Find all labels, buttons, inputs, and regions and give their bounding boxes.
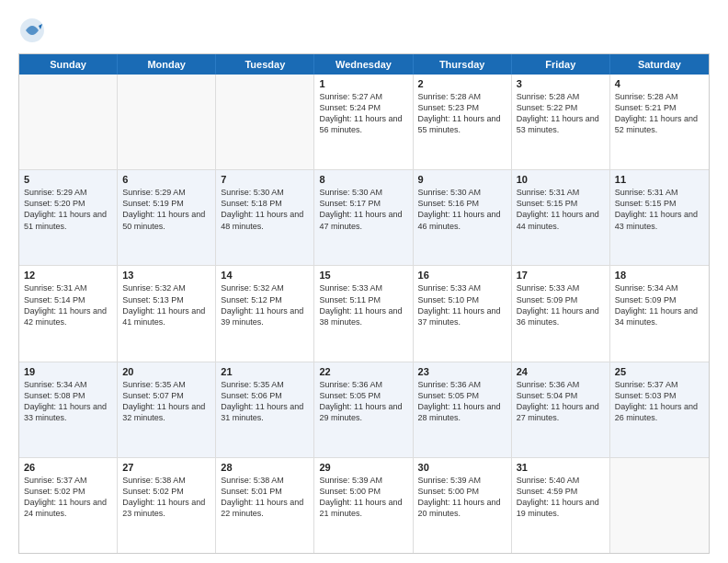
- calendar-row-1: 1Sunrise: 5:27 AM Sunset: 5:24 PM Daylig…: [19, 75, 709, 170]
- cal-cell-r1-c6: 11Sunrise: 5:31 AM Sunset: 5:15 PM Dayli…: [610, 170, 709, 265]
- cell-info: Sunrise: 5:28 AM Sunset: 5:22 PM Dayligh…: [517, 91, 605, 136]
- header-wednesday: Wednesday: [314, 54, 413, 75]
- cell-info: Sunrise: 5:27 AM Sunset: 5:24 PM Dayligh…: [319, 91, 407, 136]
- calendar-row-4: 19Sunrise: 5:34 AM Sunset: 5:08 PM Dayli…: [19, 362, 709, 458]
- day-number: 13: [122, 270, 210, 281]
- cal-cell-r1-c1: 6Sunrise: 5:29 AM Sunset: 5:19 PM Daylig…: [118, 170, 216, 265]
- header-monday: Monday: [118, 54, 216, 75]
- header-friday: Friday: [512, 54, 610, 75]
- cal-cell-r0-c3: 1Sunrise: 5:27 AM Sunset: 5:24 PM Daylig…: [314, 75, 413, 169]
- cal-cell-r3-c2: 21Sunrise: 5:35 AM Sunset: 5:06 PM Dayli…: [216, 362, 314, 457]
- day-number: 28: [221, 462, 309, 473]
- cell-info: Sunrise: 5:35 AM Sunset: 5:06 PM Dayligh…: [221, 379, 309, 424]
- cell-info: Sunrise: 5:32 AM Sunset: 5:13 PM Dayligh…: [122, 282, 210, 327]
- day-number: 11: [615, 174, 704, 185]
- cell-info: Sunrise: 5:29 AM Sunset: 5:20 PM Dayligh…: [24, 187, 112, 232]
- day-number: 6: [122, 174, 210, 185]
- cal-cell-r0-c1: [118, 75, 216, 169]
- calendar: Sunday Monday Tuesday Wednesday Thursday…: [18, 53, 710, 554]
- day-number: 20: [122, 366, 210, 377]
- cell-info: Sunrise: 5:31 AM Sunset: 5:15 PM Dayligh…: [517, 187, 605, 232]
- day-number: 5: [24, 174, 112, 185]
- cal-cell-r3-c5: 24Sunrise: 5:36 AM Sunset: 5:04 PM Dayli…: [512, 362, 610, 457]
- day-number: 8: [319, 174, 407, 185]
- cell-info: Sunrise: 5:40 AM Sunset: 4:59 PM Dayligh…: [517, 475, 605, 520]
- cal-cell-r0-c5: 3Sunrise: 5:28 AM Sunset: 5:22 PM Daylig…: [512, 75, 610, 169]
- cell-info: Sunrise: 5:30 AM Sunset: 5:16 PM Dayligh…: [418, 187, 506, 232]
- calendar-header: Sunday Monday Tuesday Wednesday Thursday…: [19, 54, 709, 75]
- cal-cell-r4-c4: 30Sunrise: 5:39 AM Sunset: 5:00 PM Dayli…: [414, 458, 512, 553]
- day-number: 25: [615, 366, 704, 377]
- day-number: 4: [615, 78, 704, 89]
- header-thursday: Thursday: [414, 54, 512, 75]
- cal-cell-r0-c6: 4Sunrise: 5:28 AM Sunset: 5:21 PM Daylig…: [610, 75, 709, 169]
- day-number: 12: [24, 270, 112, 281]
- cal-cell-r4-c2: 28Sunrise: 5:38 AM Sunset: 5:01 PM Dayli…: [216, 458, 314, 553]
- day-number: 2: [418, 78, 506, 89]
- cal-cell-r3-c4: 23Sunrise: 5:36 AM Sunset: 5:05 PM Dayli…: [414, 362, 512, 457]
- cell-info: Sunrise: 5:31 AM Sunset: 5:14 PM Dayligh…: [24, 282, 112, 327]
- day-number: 26: [24, 462, 112, 473]
- day-number: 30: [418, 462, 506, 473]
- cal-cell-r4-c1: 27Sunrise: 5:38 AM Sunset: 5:02 PM Dayli…: [118, 458, 216, 553]
- cell-info: Sunrise: 5:29 AM Sunset: 5:19 PM Dayligh…: [122, 187, 210, 232]
- cal-cell-r2-c1: 13Sunrise: 5:32 AM Sunset: 5:13 PM Dayli…: [118, 266, 216, 361]
- calendar-row-2: 5Sunrise: 5:29 AM Sunset: 5:20 PM Daylig…: [19, 170, 709, 266]
- cal-cell-r3-c3: 22Sunrise: 5:36 AM Sunset: 5:05 PM Dayli…: [314, 362, 413, 457]
- cell-info: Sunrise: 5:33 AM Sunset: 5:09 PM Dayligh…: [517, 282, 605, 327]
- day-number: 19: [24, 366, 112, 377]
- cal-cell-r4-c6: [610, 458, 709, 553]
- cal-cell-r2-c0: 12Sunrise: 5:31 AM Sunset: 5:14 PM Dayli…: [19, 266, 118, 361]
- cal-cell-r2-c3: 15Sunrise: 5:33 AM Sunset: 5:11 PM Dayli…: [314, 266, 413, 361]
- day-number: 24: [517, 366, 605, 377]
- day-number: 14: [221, 270, 309, 281]
- header-tuesday: Tuesday: [216, 54, 314, 75]
- header-sunday: Sunday: [19, 54, 118, 75]
- cell-info: Sunrise: 5:33 AM Sunset: 5:10 PM Dayligh…: [418, 282, 506, 327]
- cell-info: Sunrise: 5:31 AM Sunset: 5:15 PM Dayligh…: [615, 187, 704, 232]
- cal-cell-r1-c3: 8Sunrise: 5:30 AM Sunset: 5:17 PM Daylig…: [314, 170, 413, 265]
- cell-info: Sunrise: 5:36 AM Sunset: 5:05 PM Dayligh…: [319, 379, 407, 424]
- cal-cell-r1-c2: 7Sunrise: 5:30 AM Sunset: 5:18 PM Daylig…: [216, 170, 314, 265]
- cal-cell-r4-c5: 31Sunrise: 5:40 AM Sunset: 4:59 PM Dayli…: [512, 458, 610, 553]
- cal-cell-r3-c0: 19Sunrise: 5:34 AM Sunset: 5:08 PM Dayli…: [19, 362, 118, 457]
- logo: [18, 17, 50, 44]
- cal-cell-r0-c2: [216, 75, 314, 169]
- page-header: [18, 17, 710, 44]
- cell-info: Sunrise: 5:34 AM Sunset: 5:09 PM Dayligh…: [615, 282, 704, 327]
- cal-cell-r0-c4: 2Sunrise: 5:28 AM Sunset: 5:23 PM Daylig…: [414, 75, 512, 169]
- cell-info: Sunrise: 5:30 AM Sunset: 5:17 PM Dayligh…: [319, 187, 407, 232]
- cell-info: Sunrise: 5:37 AM Sunset: 5:02 PM Dayligh…: [24, 475, 112, 520]
- cell-info: Sunrise: 5:39 AM Sunset: 5:00 PM Dayligh…: [319, 475, 407, 520]
- day-number: 3: [517, 78, 605, 89]
- day-number: 1: [319, 78, 407, 89]
- cal-cell-r0-c0: [19, 75, 118, 169]
- header-saturday: Saturday: [610, 54, 709, 75]
- cell-info: Sunrise: 5:36 AM Sunset: 5:04 PM Dayligh…: [517, 379, 605, 424]
- calendar-body: 1Sunrise: 5:27 AM Sunset: 5:24 PM Daylig…: [19, 75, 709, 553]
- cal-cell-r4-c0: 26Sunrise: 5:37 AM Sunset: 5:02 PM Dayli…: [19, 458, 118, 553]
- day-number: 17: [517, 270, 605, 281]
- cell-info: Sunrise: 5:30 AM Sunset: 5:18 PM Dayligh…: [221, 187, 309, 232]
- cal-cell-r1-c4: 9Sunrise: 5:30 AM Sunset: 5:16 PM Daylig…: [414, 170, 512, 265]
- cell-info: Sunrise: 5:32 AM Sunset: 5:12 PM Dayligh…: [221, 282, 309, 327]
- day-number: 16: [418, 270, 506, 281]
- day-number: 9: [418, 174, 506, 185]
- cell-info: Sunrise: 5:33 AM Sunset: 5:11 PM Dayligh…: [319, 282, 407, 327]
- cal-cell-r2-c4: 16Sunrise: 5:33 AM Sunset: 5:10 PM Dayli…: [414, 266, 512, 361]
- calendar-row-3: 12Sunrise: 5:31 AM Sunset: 5:14 PM Dayli…: [19, 266, 709, 362]
- cell-info: Sunrise: 5:35 AM Sunset: 5:07 PM Dayligh…: [122, 379, 210, 424]
- cal-cell-r2-c2: 14Sunrise: 5:32 AM Sunset: 5:12 PM Dayli…: [216, 266, 314, 361]
- cell-info: Sunrise: 5:28 AM Sunset: 5:23 PM Dayligh…: [418, 91, 506, 136]
- cell-info: Sunrise: 5:34 AM Sunset: 5:08 PM Dayligh…: [24, 379, 112, 424]
- day-number: 29: [319, 462, 407, 473]
- cal-cell-r4-c3: 29Sunrise: 5:39 AM Sunset: 5:00 PM Dayli…: [314, 458, 413, 553]
- day-number: 31: [517, 462, 605, 473]
- cell-info: Sunrise: 5:28 AM Sunset: 5:21 PM Dayligh…: [615, 91, 704, 136]
- cell-info: Sunrise: 5:37 AM Sunset: 5:03 PM Dayligh…: [615, 379, 704, 424]
- cell-info: Sunrise: 5:39 AM Sunset: 5:00 PM Dayligh…: [418, 475, 506, 520]
- cell-info: Sunrise: 5:38 AM Sunset: 5:02 PM Dayligh…: [122, 475, 210, 520]
- cal-cell-r2-c6: 18Sunrise: 5:34 AM Sunset: 5:09 PM Dayli…: [610, 266, 709, 361]
- day-number: 22: [319, 366, 407, 377]
- day-number: 15: [319, 270, 407, 281]
